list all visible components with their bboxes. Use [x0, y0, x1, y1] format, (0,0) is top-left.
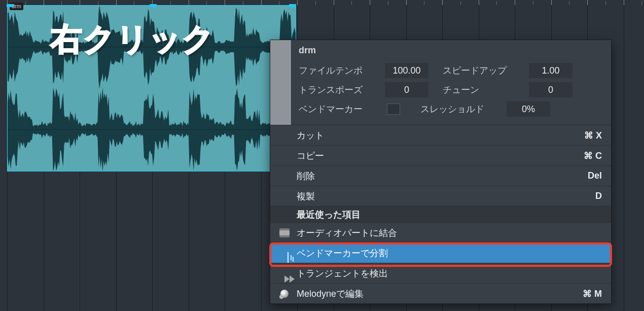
merge-audio-icon	[277, 227, 292, 239]
timeline-area[interactable]: drm 右クリック drm ファイルテンポ 100.00 スピードアップ 1.0…	[0, 0, 644, 311]
menu-item-label: ベンドマーカーで分割	[297, 247, 388, 259]
melodyne-icon	[277, 288, 292, 300]
menu-item-label: カット	[297, 129, 324, 142]
menu-item-split-at-bend-markers[interactable]: ベンドマーカーで分割	[270, 243, 611, 263]
menu-item-label: Melodyneで編集	[297, 288, 364, 300]
menu-item-shortcut: ⌘ M	[583, 288, 602, 299]
threshold-field[interactable]: 0%	[507, 101, 550, 117]
menu-item-duplicate[interactable]: 複製 D	[270, 186, 611, 206]
menu-item-shortcut: ⌘ C	[584, 150, 602, 161]
annotation-right-click: 右クリック	[51, 18, 215, 60]
menu-item-label: 複製	[297, 190, 315, 202]
file-tempo-field[interactable]: 100.00	[385, 63, 428, 78]
menu-subheader-label: 最近使った項目	[297, 209, 361, 221]
context-menu-info-section: drm ファイルテンポ 100.00 スピードアップ 1.00 トランスポーズ …	[270, 40, 611, 125]
speedup-field[interactable]: 1.00	[529, 63, 573, 78]
transpose-field[interactable]: 0	[385, 82, 428, 97]
menu-item-delete[interactable]: 削除 Del	[270, 165, 611, 186]
context-menu[interactable]: drm ファイルテンポ 100.00 スピードアップ 1.00 トランスポーズ …	[270, 40, 612, 304]
context-menu-title: drm	[299, 45, 604, 56]
threshold-label: スレッショルド	[420, 103, 507, 115]
menu-item-label: オーディオパートに結合	[297, 227, 397, 239]
clip-color-swatch[interactable]	[270, 40, 292, 125]
menu-item-cut[interactable]: カット ⌘ X	[270, 125, 611, 145]
menu-item-shortcut: Del	[588, 170, 602, 181]
file-tempo-label: ファイルテンポ	[299, 64, 385, 77]
menu-item-label: トランジェントを検出	[297, 267, 388, 280]
menu-item-detect-transients[interactable]: トランジェントを検出	[270, 263, 611, 283]
menu-item-copy[interactable]: コピー ⌘ C	[270, 145, 611, 165]
tune-label: チューン	[443, 84, 529, 96]
tune-field[interactable]: 0	[529, 82, 573, 97]
transient-icon	[277, 267, 292, 280]
menu-subheader-recent: 最近使った項目	[270, 206, 611, 222]
context-menu-items: カット ⌘ X コピー ⌘ C 削除 Del 複製 D 最近使った項目 オーディ…	[270, 125, 611, 303]
menu-item-label: コピー	[297, 150, 324, 162]
menu-item-edit-with-melodyne[interactable]: Melodyneで編集 ⌘ M	[270, 283, 611, 303]
split-bend-icon	[277, 247, 292, 259]
menu-item-shortcut: D	[595, 191, 602, 201]
bendmarker-label: ベンドマーカー	[299, 103, 385, 115]
speedup-label: スピードアップ	[443, 64, 529, 77]
transpose-label: トランスポーズ	[299, 84, 385, 96]
menu-item-merge-audio-part[interactable]: オーディオパートに結合	[270, 222, 611, 243]
bendmarker-checkbox[interactable]	[387, 103, 400, 115]
menu-item-label: 削除	[297, 170, 315, 182]
menu-item-shortcut: ⌘ X	[584, 130, 602, 141]
